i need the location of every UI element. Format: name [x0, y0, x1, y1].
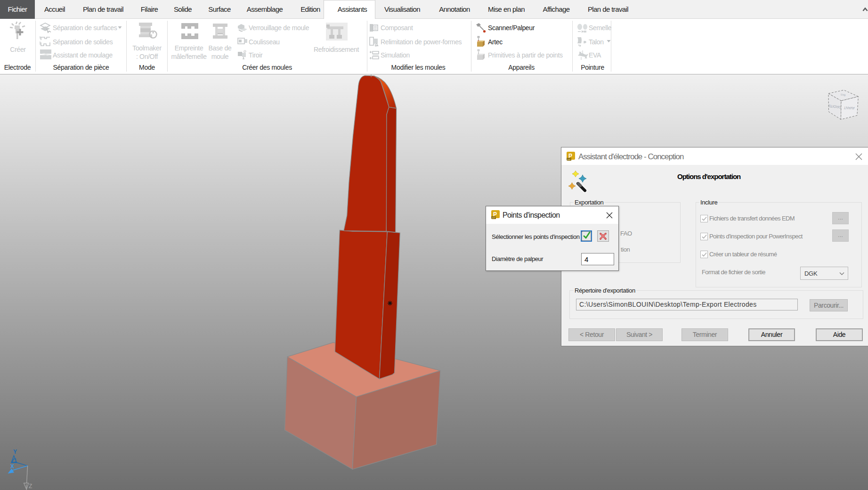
- svg-text:AVANT: AVANT: [844, 106, 855, 110]
- svg-text:SHP: SHP: [492, 217, 495, 219]
- svg-text:SHP: SHP: [567, 159, 571, 161]
- svg-text:P: P: [568, 153, 572, 159]
- svg-text:X: X: [10, 463, 14, 470]
- svg-text:P: P: [493, 211, 497, 218]
- svg-text:Z: Z: [29, 483, 32, 490]
- svg-text:Y: Y: [13, 449, 17, 455]
